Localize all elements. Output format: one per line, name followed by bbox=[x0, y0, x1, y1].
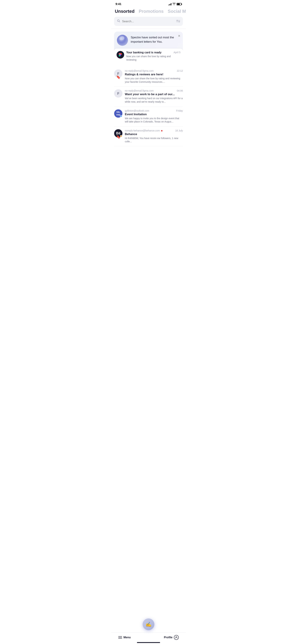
tab-promotions[interactable]: Promotions bbox=[139, 9, 164, 14]
tab-social[interactable]: Social Me bbox=[168, 9, 186, 14]
email-snippet: Hi R4IN80W, You have receiv ew followers… bbox=[125, 137, 183, 144]
wifi-icon bbox=[172, 3, 176, 6]
search-input[interactable] bbox=[122, 20, 174, 23]
banner-text: Spectre have sorted out most the importa… bbox=[131, 35, 180, 44]
email-content: no-reply@email.figma.com 04:06 Want your… bbox=[125, 89, 183, 104]
preview-subject: Your banking card is ready bbox=[126, 51, 172, 54]
spectre-orb bbox=[117, 35, 128, 46]
status-bar: 9:41 bbox=[112, 0, 186, 7]
email-sender: gyllinton@outlook.com bbox=[125, 109, 149, 112]
email-sender: noreply-behance@behance.com bbox=[125, 129, 162, 132]
tab-bar: Unsorted Promotions Social Me bbox=[112, 7, 186, 17]
bookmark-icon: 🔖 bbox=[116, 75, 120, 79]
status-time: 9:41 bbox=[116, 2, 122, 6]
list-item[interactable]: F 🔖 no-reply@email.figma.com 22:12 Ratin… bbox=[114, 67, 183, 86]
email-subject: Want your work to be a part of our... bbox=[125, 92, 183, 96]
email-sender: no-reply@email.figma.com bbox=[125, 70, 154, 72]
email-time: 22:12 bbox=[177, 70, 183, 72]
preview-avatar bbox=[116, 51, 124, 58]
status-icons bbox=[168, 3, 182, 6]
preview-body: Now you can share the love by rating and… bbox=[126, 55, 180, 62]
list-item[interactable]: F no-reply@email.figma.com 04:06 Want yo… bbox=[114, 86, 183, 106]
email-subject: Ratings & reviews are here! bbox=[125, 73, 183, 76]
battery-icon bbox=[177, 3, 182, 5]
preview-date: April 5 bbox=[174, 51, 180, 54]
banner-close-button[interactable]: ✕ bbox=[178, 34, 180, 38]
email-snippet: Now you can share the love by rating and… bbox=[125, 77, 183, 84]
spectre-banner: ✕ Spectre have sorted out most the impor… bbox=[114, 32, 183, 64]
tab-unsorted[interactable]: Unsorted bbox=[115, 9, 134, 14]
banner-body: Spectre have sorted out most the importa… bbox=[117, 35, 180, 46]
email-content: gyllinton@outlook.com Friday Event Invit… bbox=[125, 109, 183, 124]
list-item[interactable]: Bē 🔖 noreply-behance@behance.com 16 July… bbox=[114, 126, 183, 146]
banner-email-preview[interactable]: Your banking card is ready April 5 Now y… bbox=[114, 48, 183, 64]
preview-content: Your banking card is ready April 5 Now y… bbox=[126, 51, 180, 62]
signal-icon bbox=[168, 3, 172, 5]
bookmark-icon: 🔖 bbox=[116, 135, 120, 139]
list-item[interactable]: GILnep gyllinton@outlook.com Friday Even… bbox=[114, 106, 183, 126]
email-time: 04:06 bbox=[177, 89, 183, 92]
email-time: Friday bbox=[176, 109, 183, 112]
email-snippet: We've been working hard on our integrati… bbox=[125, 97, 183, 104]
email-content: noreply-behance@behance.com 16 July Beha… bbox=[125, 129, 183, 144]
email-subject: Behance bbox=[125, 132, 183, 136]
search-icon bbox=[117, 19, 120, 24]
email-list: F 🔖 no-reply@email.figma.com 22:12 Ratin… bbox=[112, 67, 186, 146]
email-time: 16 July bbox=[175, 129, 183, 132]
filter-icon[interactable] bbox=[176, 20, 180, 23]
email-subject: Event Invitation bbox=[125, 113, 183, 116]
email-sender: no-reply@email.figma.com bbox=[125, 89, 154, 92]
search-bar bbox=[114, 17, 183, 26]
email-content: no-reply@email.figma.com 22:12 Ratings &… bbox=[125, 70, 183, 84]
email-snippet: We are happy to invite you to the design… bbox=[125, 117, 183, 124]
online-dot bbox=[120, 115, 122, 117]
unread-dot bbox=[161, 130, 162, 132]
avatar: F bbox=[114, 89, 122, 98]
